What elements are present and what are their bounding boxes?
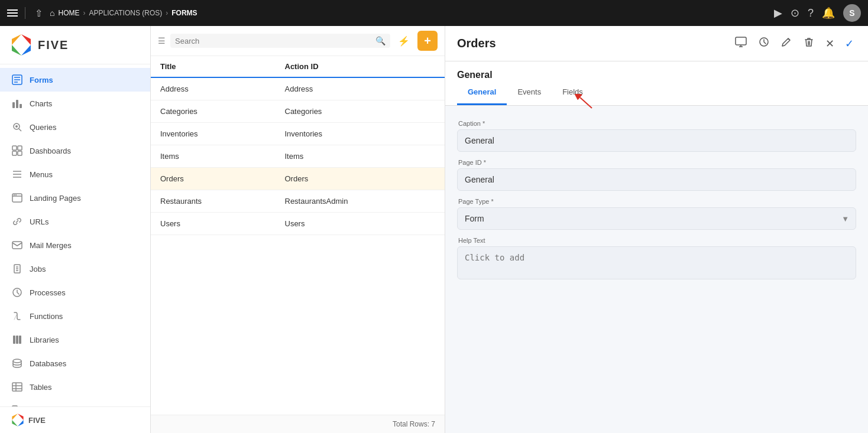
history-button[interactable] [756,33,772,54]
col-action-id: Action ID [276,56,445,77]
sidebar-item-instances[interactable]: Instances [0,399,150,406]
table-row[interactable]: AddressAddress [151,77,445,100]
list-toolbar: ☰ 🔍 ⚡ + [151,26,445,56]
forms-icon [11,73,24,86]
pagetype-field: Page Type * Form ▼ [457,198,856,230]
sidebar-label-queries: Queries [30,123,57,132]
svg-rect-32 [13,336,15,344]
breadcrumb-sep2: › [166,9,168,17]
pagetype-label: Page Type * [457,198,856,205]
sidebar-label-dashboards: Dashboards [30,146,71,155]
landing-pages-icon [11,191,24,204]
add-button[interactable]: + [417,31,438,51]
helptext-input[interactable] [457,246,856,279]
detail-action-buttons: ✕ ✓ [732,33,856,54]
helptext-label: Help Text [457,237,856,244]
sidebar-item-libraries[interactable]: Libraries [0,328,150,351]
row-action-id: Items [276,145,445,168]
functions-icon [11,310,24,323]
back-button[interactable]: ⇧ [33,5,45,21]
detail-title: Orders [457,37,496,50]
pageid-input[interactable] [457,168,856,191]
tab-events[interactable]: Events [507,80,552,105]
svg-marker-47 [12,420,18,427]
hamburger-menu[interactable] [7,9,18,17]
row-title: Categories [151,100,276,123]
row-title: Users [151,213,276,235]
logo-text: FIVE [38,38,69,52]
sidebar-item-jobs[interactable]: Jobs [0,257,150,281]
sidebar-item-mail-merges[interactable]: Mail Merges [0,233,150,257]
help-button[interactable]: ? [808,7,814,19]
libraries-icon [11,333,24,346]
svg-rect-34 [19,336,21,344]
nav-actions: ▶ ⊙ ? 🔔 S [774,4,861,22]
row-title: Inventories [151,123,276,145]
search-icon: 🔍 [375,36,386,45]
sidebar-item-dashboards[interactable]: Dashboards [0,139,150,162]
caption-field: Caption * [457,120,856,152]
svg-marker-48 [18,420,24,427]
sidebar-item-menus[interactable]: Menus [0,162,150,186]
forms-table: Title Action ID AddressAddressCategories… [151,56,445,415]
table-row[interactable]: ItemsItems [151,145,445,168]
table-row[interactable]: InventoriesInventories [151,123,445,145]
save-button[interactable]: ✓ [843,33,856,54]
close-button[interactable]: ✕ [823,33,837,54]
row-title: Orders [151,168,276,190]
sidebar-item-processes[interactable]: Processes [0,281,150,304]
table-row[interactable]: RestaurantsRestaurantsAdmin [151,190,445,213]
sidebar-item-charts[interactable]: Charts [0,92,150,115]
svg-rect-49 [736,37,746,45]
list-footer: Total Rows: 7 [151,415,445,433]
search-box: 🔍 [170,34,390,48]
sidebar-label-tables: Tables [30,383,52,392]
sidebar-label-libraries: Libraries [30,336,59,344]
sidebar-navigation: Forms Charts Queries Dashboards [0,64,150,406]
detail-header: Orders ✕ ✓ [445,26,868,61]
search-button[interactable]: ⊙ [791,6,799,19]
delete-button[interactable] [801,33,817,54]
search-input[interactable] [175,37,375,45]
pageid-field: Page ID * [457,159,856,191]
breadcrumb-home[interactable]: HOME [58,9,79,17]
svg-rect-17 [12,151,17,155]
sidebar-label-landing-pages: Landing Pages [30,194,81,203]
sidebar-item-forms[interactable]: Forms [0,68,150,92]
sidebar-item-urls[interactable]: URLs [0,210,150,233]
breadcrumb: ⌂ HOME › APPLICATIONS (ROS) › FORMS [50,8,769,18]
svg-line-54 [580,97,592,108]
processes-icon [11,286,24,299]
filter-icon[interactable]: ☰ [158,36,166,45]
five-logo-icon [9,33,33,57]
table-row[interactable]: CategoriesCategories [151,100,445,123]
caption-input[interactable] [457,129,856,152]
sidebar-label-forms: Forms [30,76,53,84]
urls-icon [11,215,24,228]
svg-rect-18 [18,151,22,155]
play-button[interactable]: ▶ [774,6,782,19]
tab-general[interactable]: General [457,80,507,105]
table-row[interactable]: OrdersOrders [151,168,445,190]
jobs-icon [11,262,24,275]
sidebar-item-databases[interactable]: Databases [0,351,150,375]
databases-icon [11,357,24,370]
sidebar-item-landing-pages[interactable]: Landing Pages [0,186,150,210]
row-action-id: RestaurantsAdmin [276,190,445,213]
row-title: Items [151,145,276,168]
sidebar-item-functions[interactable]: Functions [0,304,150,328]
sidebar-item-queries[interactable]: Queries [0,115,150,139]
list-panel: ☰ 🔍 ⚡ + Title Action ID Add [151,26,445,433]
edit-button[interactable] [778,33,795,54]
breadcrumb-app[interactable]: APPLICATIONS (ROS) [89,9,162,17]
avatar[interactable]: S [843,4,861,22]
notifications-button[interactable]: 🔔 [822,6,835,19]
section-label: General [457,70,493,80]
monitor-button[interactable] [732,33,750,54]
table-row[interactable]: UsersUsers [151,213,445,235]
lightning-button[interactable]: ⚡ [395,32,413,50]
pagetype-select[interactable]: Form [457,207,856,230]
sidebar-item-tables[interactable]: Tables [0,375,150,399]
svg-point-24 [14,194,15,196]
col-title: Title [151,56,276,77]
